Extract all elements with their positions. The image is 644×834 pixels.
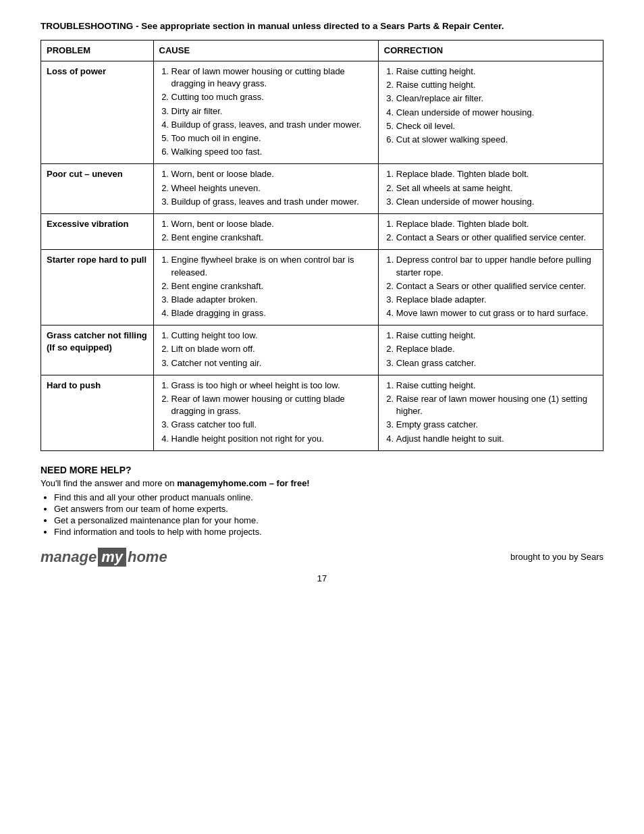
correction-item: Cut at slower walking speed. (396, 134, 597, 146)
correction-cell-4: Raise cutting height.Replace blade.Clean… (378, 325, 603, 375)
correction-item: Set all wheels at same height. (396, 182, 597, 194)
cause-item: Worn, bent or loose blade. (171, 218, 373, 230)
correction-item: Clean grass catcher. (396, 357, 597, 369)
brought-by-text: brought to you by Sears (510, 552, 603, 562)
page-number: 17 (41, 573, 603, 583)
cause-item: Rear of lawn mower housing or cutting bl… (171, 66, 373, 90)
cause-item: Handle height position not right for you… (171, 433, 373, 445)
correction-item: Replace blade. Tighten blade bolt. (396, 168, 597, 180)
cause-cell-3: Engine flywheel brake is on when control… (153, 250, 378, 325)
problem-cell-4: Grass catcher not filling (If so equippe… (41, 325, 154, 375)
col-correction: CORRECTION (378, 40, 603, 61)
correction-item: Raise cutting height. (396, 66, 597, 78)
correction-item: Replace blade. Tighten blade bolt. (396, 218, 597, 230)
need-more-bullet-3: Find information and tools to help with … (54, 527, 603, 537)
cause-item: Buildup of grass, leaves, and trash unde… (171, 119, 373, 131)
correction-item: Replace blade adapter. (396, 294, 597, 306)
cause-item: Walking speed too fast. (171, 146, 373, 158)
correction-item: Adjust handle height to suit. (396, 433, 597, 445)
correction-cell-3: Depress control bar to upper handle befo… (378, 250, 603, 325)
logo-manage: manage (41, 548, 97, 566)
col-cause: CAUSE (153, 40, 378, 61)
cause-item: Blade dragging in grass. (171, 307, 373, 319)
need-more-text: You'll find the answer and more on manag… (41, 478, 603, 488)
correction-item: Empty grass catcher. (396, 419, 597, 431)
cause-cell-5: Grass is too high or wheel height is too… (153, 375, 378, 450)
correction-item: Check oil level. (396, 120, 597, 132)
intro-text: TROUBLESHOOTING - See appropriate sectio… (41, 20, 603, 33)
cause-item: Worn, bent or loose blade. (171, 168, 373, 180)
correction-item: Clean underside of mower housing. (396, 196, 597, 208)
cause-cell-0: Rear of lawn mower housing or cutting bl… (153, 61, 378, 164)
cause-cell-4: Cutting height too low.Lift on blade wor… (153, 325, 378, 375)
logo-my: my (98, 548, 126, 567)
correction-item: Contact a Sears or other qualified servi… (396, 232, 597, 244)
cause-item: Grass is too high or wheel height is too… (171, 380, 373, 392)
correction-item: Replace blade. (396, 343, 597, 355)
correction-item: Raise cutting height. (396, 380, 597, 392)
need-more-help-section: NEED MORE HELP? You'll find the answer a… (41, 465, 603, 537)
cause-cell-2: Worn, bent or loose blade.Bent engine cr… (153, 213, 378, 249)
cause-item: Bent engine crankshaft. (171, 280, 373, 292)
correction-item: Raise cutting height. (396, 330, 597, 342)
correction-item: Clean/replace air filter. (396, 93, 597, 105)
problem-cell-1: Poor cut – uneven (41, 164, 154, 214)
col-problem: PROBLEM (41, 40, 154, 61)
cause-item: Cutting too much grass. (171, 91, 373, 103)
cause-item: Engine flywheel brake is on when control… (171, 254, 373, 278)
correction-item: Raise cutting height. (396, 79, 597, 91)
need-more-bullet-2: Get a personalized maintenance plan for … (54, 515, 603, 525)
logo-home: home (128, 548, 167, 566)
cause-cell-1: Worn, bent or loose blade.Wheel heights … (153, 164, 378, 214)
problem-cell-0: Loss of power (41, 61, 154, 164)
correction-item: Contact a Sears or other qualified servi… (396, 280, 597, 292)
problem-cell-3: Starter rope hard to pull (41, 250, 154, 325)
cause-item: Cutting height too low. (171, 330, 373, 342)
correction-cell-0: Raise cutting height.Raise cutting heigh… (378, 61, 603, 164)
cause-item: Bent engine crankshaft. (171, 232, 373, 244)
correction-item: Move lawn mower to cut grass or to hard … (396, 307, 597, 319)
need-more-bullets: Find this and all your other product man… (41, 492, 603, 537)
need-more-bullet-1: Get answers from our team of home expert… (54, 504, 603, 514)
manage-my-home-logo: manage my home (41, 548, 167, 567)
problem-cell-5: Hard to push (41, 375, 154, 450)
cause-item: Too much oil in engine. (171, 132, 373, 145)
cause-item: Buildup of grass, leaves and trash under… (171, 196, 373, 208)
footer: manage my home brought to you by Sears (41, 548, 603, 567)
need-more-bullet-0: Find this and all your other product man… (54, 492, 603, 502)
correction-cell-1: Replace blade. Tighten blade bolt.Set al… (378, 164, 603, 214)
cause-item: Blade adapter broken. (171, 294, 373, 306)
correction-cell-5: Raise cutting height.Raise rear of lawn … (378, 375, 603, 450)
problem-cell-2: Excessive vibration (41, 213, 154, 249)
cause-item: Wheel heights uneven. (171, 182, 373, 194)
correction-item: Raise rear of lawn mower housing one (1)… (396, 393, 597, 417)
cause-item: Dirty air filter. (171, 105, 373, 118)
cause-item: Lift on blade worn off. (171, 343, 373, 355)
cause-item: Grass catcher too full. (171, 419, 373, 431)
cause-item: Rear of lawn mower housing or cutting bl… (171, 393, 373, 417)
troubleshooting-table: PROBLEM CAUSE CORRECTION Loss of powerRe… (41, 40, 603, 451)
correction-cell-2: Replace blade. Tighten blade bolt.Contac… (378, 213, 603, 249)
correction-item: Depress control bar to upper handle befo… (396, 254, 597, 278)
need-more-heading: NEED MORE HELP? (41, 465, 603, 475)
correction-item: Clean underside of mower housing. (396, 107, 597, 119)
cause-item: Catcher not venting air. (171, 357, 373, 369)
